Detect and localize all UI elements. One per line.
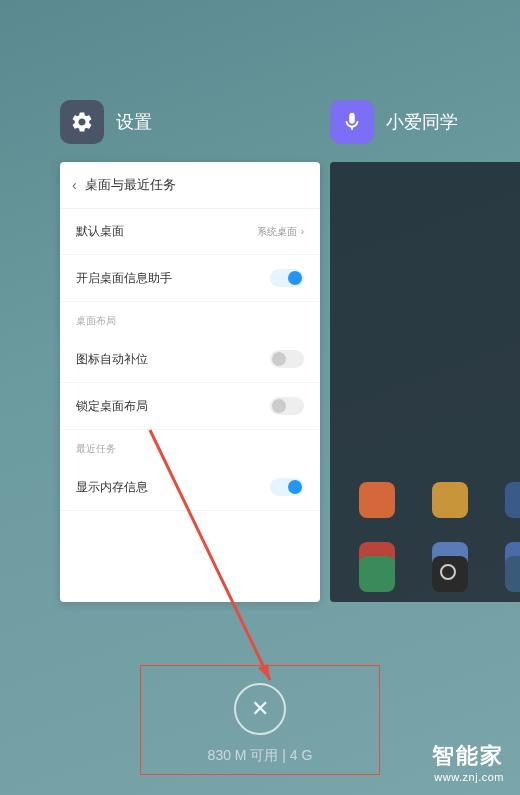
home-app-icon (359, 482, 395, 518)
home-icon-row-1 (330, 482, 520, 518)
default-launcher-value: 系统桌面 › (257, 225, 304, 239)
settings-app-header: 设置 (60, 100, 320, 144)
clear-all-button[interactable]: ✕ (234, 683, 286, 735)
settings-card-content[interactable]: ‹ 桌面与最近任务 默认桌面 系统桌面 › 开启桌面信息助手 桌面布局 图标自动… (60, 162, 320, 602)
show-memory-toggle[interactable] (270, 478, 304, 496)
row-auto-fill[interactable]: 图标自动补位 (60, 336, 320, 383)
info-assistant-toggle[interactable] (270, 269, 304, 287)
dock-icon (505, 556, 520, 592)
row-default-launcher[interactable]: 默认桌面 系统桌面 › (60, 209, 320, 255)
xiaoai-app-icon (330, 100, 374, 144)
watermark-title: 智能家 (432, 741, 504, 771)
info-assistant-label: 开启桌面信息助手 (76, 270, 172, 287)
xiaoai-app-header: 小爱同学 (330, 100, 520, 144)
phone-dock-icon (359, 556, 395, 592)
auto-fill-toggle[interactable] (270, 350, 304, 368)
xiaoai-app-title: 小爱同学 (386, 110, 458, 134)
section-recents-header: 最近任务 (60, 430, 320, 464)
lock-layout-label: 锁定桌面布局 (76, 398, 148, 415)
xiaoai-recent-card[interactable]: 小爱同学 (330, 100, 520, 602)
home-app-icon (432, 482, 468, 518)
section-layout-header: 桌面布局 (60, 302, 320, 336)
xiaoai-card-content[interactable] (330, 162, 520, 602)
chevron-right-icon: › (301, 226, 304, 237)
row-lock-layout[interactable]: 锁定桌面布局 (60, 383, 320, 430)
home-app-icon (505, 482, 520, 518)
settings-page-header[interactable]: ‹ 桌面与最近任务 (60, 162, 320, 209)
close-icon: ✕ (251, 696, 269, 722)
gear-icon (70, 110, 94, 134)
microphone-icon (341, 111, 363, 133)
show-memory-label: 显示内存信息 (76, 479, 148, 496)
camera-dock-icon (432, 556, 468, 592)
settings-app-title: 设置 (116, 110, 152, 134)
lock-layout-toggle[interactable] (270, 397, 304, 415)
row-show-memory[interactable]: 显示内存信息 (60, 464, 320, 511)
memory-info-text: 830 M 可用 | 4 G (208, 747, 313, 765)
dock-bar (330, 556, 520, 592)
back-arrow-icon[interactable]: ‹ (72, 177, 77, 193)
watermark: 智能家 www.znj.com (432, 741, 504, 783)
watermark-url: www.znj.com (432, 771, 504, 783)
row-info-assistant[interactable]: 开启桌面信息助手 (60, 255, 320, 302)
default-launcher-label: 默认桌面 (76, 223, 124, 240)
settings-page-title: 桌面与最近任务 (85, 176, 176, 194)
settings-recent-card[interactable]: 设置 ‹ 桌面与最近任务 默认桌面 系统桌面 › 开启桌面信息助手 桌面布局 图… (60, 100, 320, 602)
settings-app-icon (60, 100, 104, 144)
auto-fill-label: 图标自动补位 (76, 351, 148, 368)
